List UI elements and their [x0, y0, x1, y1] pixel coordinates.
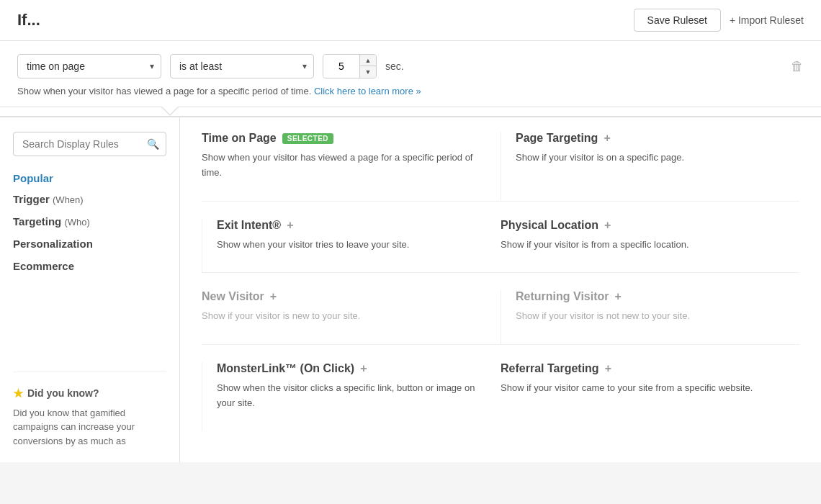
- main-content: 🔍 Popular Trigger (When) Targeting (Who)…: [0, 117, 821, 462]
- sec-label: sec.: [385, 60, 404, 72]
- sidebar-item-targeting[interactable]: Targeting (Who): [13, 215, 166, 228]
- rule-block-time-on-page: Time on Page SELECTED Show when your vis…: [202, 132, 501, 201]
- sidebar-item-trigger-sub: (When): [53, 194, 84, 205]
- dropdown-arrow: [161, 107, 179, 116]
- condition-bar: time on page page views scroll distance …: [0, 41, 821, 107]
- sidebar-item-targeting-sub: (Who): [64, 217, 89, 228]
- value-input[interactable]: [323, 55, 359, 78]
- selected-badge-time-on-page: SELECTED: [282, 133, 333, 144]
- rule-title-exit-intent: Exit Intent®: [217, 219, 281, 232]
- is-at-least-select[interactable]: is at least is less than is exactly: [170, 54, 314, 78]
- number-input-field: ▲ ▼: [323, 55, 376, 78]
- top-bar-actions: Save Ruleset + Import Ruleset: [634, 9, 804, 32]
- condition-hint-text: Show when your visitor has viewed a page…: [17, 86, 311, 96]
- top-bar: If... Save Ruleset + Import Ruleset: [0, 0, 821, 41]
- rule-title-monsterlink: MonsterLink™ (On Click): [217, 362, 354, 375]
- row-divider-2: [202, 272, 799, 273]
- save-ruleset-button[interactable]: Save Ruleset: [634, 9, 721, 32]
- number-spinners: ▲ ▼: [359, 55, 376, 78]
- add-monsterlink-button[interactable]: +: [360, 362, 367, 375]
- rule-title-time-on-page: Time on Page: [202, 132, 277, 145]
- add-referral-targeting-button[interactable]: +: [605, 362, 611, 375]
- search-wrapper: 🔍: [13, 132, 166, 156]
- learn-more-link[interactable]: Click here to learn more »: [314, 86, 421, 96]
- is-at-least-select-wrapper: is at least is less than is exactly: [170, 54, 314, 78]
- rule-desc-returning-visitor: Show if your visitor is not new to your …: [516, 309, 785, 324]
- rule-desc-new-visitor: Show if your visitor is new to your site…: [202, 309, 486, 324]
- rule-title-row-exit-intent: Exit Intent® +: [217, 219, 486, 232]
- rule-block-referral-targeting: Referral Targeting + Show if your visito…: [501, 362, 799, 431]
- row-divider-3: [202, 344, 799, 345]
- search-icon: 🔍: [147, 138, 159, 150]
- sidebar-item-trigger[interactable]: Trigger (When): [13, 193, 166, 205]
- page-title: If...: [17, 11, 40, 30]
- sidebar-category-popular: Popular: [13, 172, 166, 184]
- number-input-wrapper: ▲ ▼: [323, 54, 377, 78]
- did-you-know-heading: Did you know?: [27, 387, 99, 399]
- sidebar-item-personalization[interactable]: Personalization: [13, 238, 166, 250]
- rule-title-row-physical-location: Physical Location +: [501, 219, 785, 232]
- add-new-visitor-button[interactable]: +: [270, 290, 277, 303]
- rule-title-row-time-on-page: Time on Page SELECTED: [202, 132, 486, 145]
- rules-panel: Time on Page SELECTED Show when your vis…: [180, 117, 821, 462]
- did-you-know-title: ★ Did you know?: [13, 387, 166, 400]
- rule-title-row-page-targeting: Page Targeting +: [516, 132, 785, 145]
- rule-title-row-new-visitor: New Visitor +: [202, 290, 486, 303]
- sidebar-item-ecommerce-label: Ecommerce: [13, 260, 74, 272]
- sidebar-item-targeting-label: Targeting: [13, 215, 61, 228]
- rule-block-new-visitor: New Visitor + Show if your visitor is ne…: [202, 290, 501, 344]
- rule-title-new-visitor: New Visitor: [202, 290, 264, 303]
- rule-title-referral-targeting: Referral Targeting: [501, 362, 599, 375]
- delete-condition-button[interactable]: 🗑: [791, 59, 804, 74]
- rule-desc-exit-intent: Show when your visitor tries to leave yo…: [217, 238, 486, 253]
- rule-block-physical-location: Physical Location + Show if your visitor…: [501, 219, 799, 273]
- sidebar-item-trigger-label: Trigger: [13, 193, 50, 205]
- time-on-page-select-wrapper: time on page page views scroll distance: [17, 54, 161, 78]
- star-icon: ★: [13, 387, 23, 400]
- condition-hint: Show when your visitor has viewed a page…: [17, 86, 804, 96]
- spinner-down-button[interactable]: ▼: [360, 66, 376, 78]
- sidebar: 🔍 Popular Trigger (When) Targeting (Who)…: [0, 117, 180, 462]
- rule-block-monsterlink: MonsterLink™ (On Click) + Show when the …: [202, 362, 501, 431]
- rule-block-returning-visitor: Returning Visitor + Show if your visitor…: [501, 290, 799, 344]
- rule-title-physical-location: Physical Location: [501, 219, 598, 232]
- row-divider-1: [202, 201, 799, 202]
- rule-desc-time-on-page: Show when your visitor has viewed a page…: [202, 150, 486, 181]
- rule-title-returning-visitor: Returning Visitor: [516, 290, 609, 303]
- add-exit-intent-button[interactable]: +: [287, 219, 293, 232]
- spinner-up-button[interactable]: ▲: [360, 55, 376, 66]
- search-input[interactable]: [13, 132, 166, 156]
- rule-desc-monsterlink: Show when the visitor clicks a specific …: [217, 381, 486, 411]
- rule-desc-page-targeting: Show if your visitor is on a specific pa…: [516, 150, 785, 166]
- did-you-know-text: Did you know that gamified campaigns can…: [13, 406, 166, 449]
- rule-title-row-referral-targeting: Referral Targeting +: [501, 362, 785, 375]
- time-on-page-select[interactable]: time on page page views scroll distance: [17, 54, 161, 78]
- add-returning-visitor-button[interactable]: +: [615, 290, 622, 303]
- add-page-targeting-button[interactable]: +: [604, 132, 610, 145]
- rule-title-row-returning-visitor: Returning Visitor +: [516, 290, 785, 303]
- sidebar-item-ecommerce[interactable]: Ecommerce: [13, 260, 166, 272]
- rule-title-page-targeting: Page Targeting: [516, 132, 598, 145]
- rule-block-page-targeting: Page Targeting + Show if your visitor is…: [501, 132, 799, 201]
- rule-block-exit-intent: Exit Intent® + Show when your visitor tr…: [202, 219, 501, 273]
- rule-desc-physical-location: Show if your visitor is from a specific …: [501, 238, 785, 253]
- did-you-know-section: ★ Did you know? Did you know that gamifi…: [13, 372, 166, 449]
- sidebar-item-personalization-label: Personalization: [13, 238, 93, 250]
- import-ruleset-button[interactable]: + Import Ruleset: [730, 14, 804, 26]
- rule-desc-referral-targeting: Show if your visitor came to your site f…: [501, 381, 785, 396]
- condition-row: time on page page views scroll distance …: [17, 54, 804, 78]
- add-physical-location-button[interactable]: +: [604, 219, 611, 232]
- rule-title-row-monsterlink: MonsterLink™ (On Click) +: [217, 362, 486, 375]
